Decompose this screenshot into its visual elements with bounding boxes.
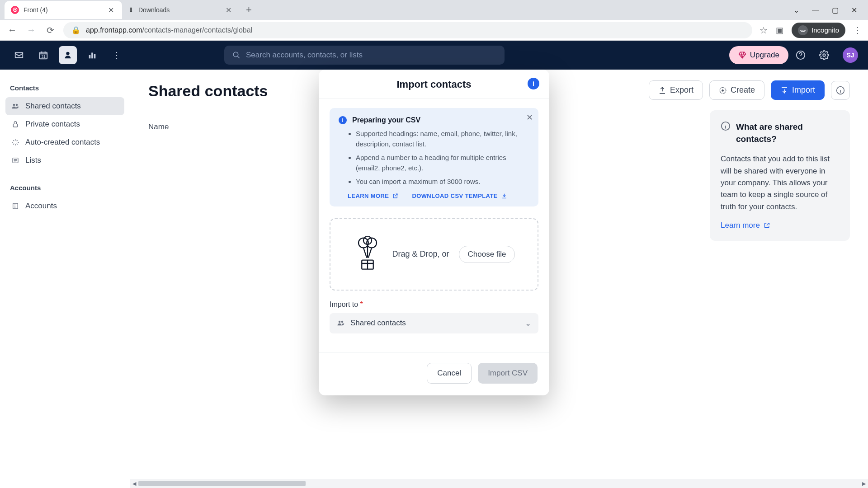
search-icon: [232, 51, 241, 59]
tip-item: Append a number to a heading for multipl…: [356, 153, 529, 173]
download-template-link[interactable]: DOWNLOAD CSV TEMPLATE: [412, 192, 507, 199]
browser-tab-front[interactable]: ⦿ Front (4) ✕: [5, 1, 122, 19]
close-tab-icon[interactable]: ✕: [106, 5, 116, 15]
settings-icon[interactable]: [819, 50, 835, 60]
more-nav-icon[interactable]: ⋮: [108, 46, 126, 64]
import-to-select[interactable]: Shared contacts ⌄: [330, 313, 538, 333]
sidebar-item-auto-created[interactable]: Auto-created contacts: [5, 133, 124, 151]
help-icon[interactable]: [796, 50, 812, 60]
download-icon: [501, 193, 507, 199]
info-panel-body: Contacts that you add to this list will …: [721, 153, 839, 213]
sidebar-item-label: Auto-created contacts: [25, 138, 100, 147]
url-path: /contacts-manager/contacts/global: [142, 26, 253, 34]
sidebar-item-accounts[interactable]: Accounts: [5, 197, 124, 215]
svg-point-5: [233, 52, 238, 57]
plus-icon: [719, 86, 727, 94]
tip-heading: Preparing your CSV: [352, 116, 420, 124]
modal-header: Import contacts i: [319, 70, 549, 99]
svg-rect-2: [89, 55, 91, 58]
front-favicon: ⦿: [11, 6, 19, 14]
scroll-left-icon[interactable]: ◀: [130, 481, 138, 487]
sidebar-item-private-contacts[interactable]: Private contacts: [5, 115, 124, 133]
toolbar: Export Create Import: [649, 80, 850, 100]
contacts-nav-icon[interactable]: [59, 46, 77, 64]
back-button[interactable]: ←: [6, 25, 18, 35]
scroll-right-icon[interactable]: ▶: [860, 481, 868, 487]
external-link-icon: [764, 222, 770, 229]
incognito-badge[interactable]: Incognito: [792, 23, 845, 38]
export-button[interactable]: Export: [649, 80, 703, 100]
minimize-icon[interactable]: ―: [812, 6, 819, 14]
extensions-icon[interactable]: ▣: [776, 25, 783, 35]
app-header: 31 ⋮ Search accounts, contacts, or lists…: [0, 41, 868, 70]
import-to-value: Shared contacts: [350, 319, 406, 328]
create-label: Create: [731, 85, 755, 95]
import-to-field: Import to * Shared contacts ⌄: [330, 300, 538, 333]
browser-menu-icon[interactable]: ⋮: [854, 25, 862, 35]
close-tip-icon[interactable]: ✕: [526, 113, 533, 122]
upgrade-button[interactable]: Upgrade: [729, 46, 788, 64]
reload-button[interactable]: ⟳: [44, 25, 56, 36]
info-panel: What are shared contacts? Contacts that …: [710, 110, 850, 241]
export-icon: [658, 86, 666, 94]
learn-more-link[interactable]: Learn more: [721, 221, 770, 230]
building-icon: [11, 202, 20, 210]
create-button[interactable]: Create: [709, 80, 764, 100]
tip-item: Supported headings: name, email, phone, …: [356, 129, 529, 149]
tab-dropdown-icon[interactable]: ⌄: [793, 6, 799, 14]
sidebar-item-label: Private contacts: [25, 120, 80, 129]
info-button[interactable]: [831, 81, 850, 100]
svg-point-7: [823, 54, 826, 56]
sidebar-section-accounts: Accounts: [5, 180, 124, 197]
modal-title: Import contacts: [396, 79, 471, 90]
address-bar: ← → ⟳ 🔒 app.frontapp.com/contacts-manage…: [0, 20, 868, 41]
required-asterisk: *: [360, 300, 363, 308]
modal-info-icon[interactable]: i: [528, 78, 539, 89]
analytics-nav-icon[interactable]: [83, 46, 101, 64]
sidebar-item-label: Lists: [25, 156, 41, 165]
import-button[interactable]: Import: [771, 80, 825, 100]
close-tab-icon[interactable]: ✕: [224, 5, 233, 15]
tip-list: Supported headings: name, email, phone, …: [339, 129, 529, 187]
incognito-icon: [798, 25, 808, 35]
tab-bar: ⦿ Front (4) ✕ ⬇ Downloads ✕ + ⌄ ― ▢ ✕: [0, 0, 868, 20]
scroll-thumb[interactable]: [138, 481, 306, 486]
diamond-icon: [738, 51, 746, 59]
incognito-label: Incognito: [811, 26, 839, 34]
calendar-nav-icon[interactable]: 31: [34, 46, 52, 64]
svg-rect-3: [91, 53, 93, 59]
search-placeholder: Search accounts, contacts, or lists: [246, 51, 363, 60]
browser-tab-downloads[interactable]: ⬇ Downloads ✕: [122, 1, 240, 19]
csv-tip-panel: ✕ i Preparing your CSV Supported heading…: [330, 108, 538, 206]
tip-item: You can import a maximum of 3000 rows.: [356, 177, 529, 187]
new-tab-button[interactable]: +: [240, 4, 258, 16]
sidebar-item-label: Accounts: [25, 202, 57, 211]
choose-file-button[interactable]: Choose file: [459, 246, 514, 263]
url-field[interactable]: 🔒 app.frontapp.com/contacts-manager/cont…: [63, 22, 752, 38]
sidebar-item-label: Shared contacts: [25, 102, 81, 111]
sidebar: Contacts Shared contacts Private contact…: [0, 70, 130, 488]
learn-more-link[interactable]: LEARN MORE: [348, 192, 398, 199]
export-label: Export: [670, 85, 693, 95]
window-controls: ⌄ ― ▢ ✕: [783, 6, 868, 14]
info-badge-icon: i: [339, 116, 347, 124]
close-window-icon[interactable]: ✕: [851, 6, 857, 14]
inbox-nav-icon[interactable]: [10, 46, 28, 64]
horizontal-scrollbar[interactable]: ◀ ▶: [130, 479, 868, 488]
import-label: Import: [792, 85, 815, 95]
search-input[interactable]: Search accounts, contacts, or lists: [224, 46, 505, 65]
sidebar-item-lists[interactable]: Lists: [5, 151, 124, 169]
file-dropzone[interactable]: Drag & Drop, or Choose file: [330, 218, 538, 291]
cancel-button[interactable]: Cancel: [427, 363, 472, 384]
svg-rect-8: [13, 124, 17, 127]
avatar[interactable]: SJ: [843, 47, 858, 63]
sidebar-section-contacts: Contacts: [5, 80, 124, 97]
sidebar-item-shared-contacts[interactable]: Shared contacts: [5, 97, 124, 115]
import-csv-button[interactable]: Import CSV: [478, 363, 538, 384]
import-to-label: Import to: [330, 300, 358, 308]
url-host: app.frontapp.com: [86, 26, 142, 34]
svg-rect-4: [94, 54, 96, 58]
balloon-box-icon: [353, 236, 382, 272]
maximize-icon[interactable]: ▢: [832, 6, 839, 14]
bookmark-icon[interactable]: ☆: [760, 25, 768, 36]
